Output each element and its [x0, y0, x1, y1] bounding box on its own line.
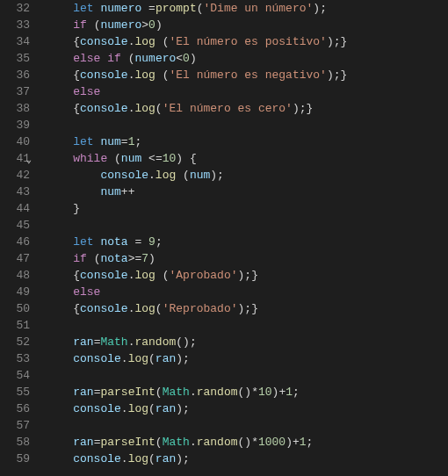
- code-token: [46, 135, 73, 148]
- code-token: ): [244, 386, 251, 399]
- code-line[interactable]: }: [46, 200, 448, 217]
- code-token: (: [155, 302, 163, 315]
- code-token: {: [73, 302, 80, 315]
- code-token: ): [210, 169, 217, 182]
- code-line[interactable]: else: [46, 83, 448, 100]
- code-line[interactable]: {console.log ('El número es positivo');}: [46, 33, 448, 50]
- code-line[interactable]: let numero =prompt('Dime un número');: [46, 0, 448, 17]
- code-token: [46, 436, 73, 449]
- code-editor[interactable]: 32333435363738394041⌄4243444546474849505…: [0, 0, 448, 476]
- line-number: 34: [4, 33, 30, 50]
- code-token: [176, 169, 183, 182]
- code-line[interactable]: {console.log ('Aprobado');}: [46, 267, 448, 284]
- code-token: nota: [100, 235, 127, 249]
- code-line[interactable]: console.log(ran);: [46, 451, 448, 467]
- code-token: ran: [155, 402, 176, 415]
- line-number: 43: [4, 184, 30, 200]
- code-token: 10: [163, 152, 177, 165]
- code-token: ;: [334, 35, 341, 48]
- code-line[interactable]: [46, 367, 448, 384]
- code-line[interactable]: {console.log('El número es cero');}: [46, 100, 448, 117]
- code-line[interactable]: let num=1;: [46, 133, 448, 150]
- code-token: }: [251, 269, 258, 282]
- line-number: 32: [4, 0, 30, 17]
- code-token: console: [80, 35, 128, 48]
- code-token: ;: [334, 69, 341, 82]
- code-line[interactable]: let nota = 9;: [46, 234, 448, 250]
- code-token: [155, 35, 163, 48]
- code-line[interactable]: console.log (num);: [46, 167, 448, 184]
- code-token: random: [197, 436, 238, 449]
- code-token: ran: [155, 452, 176, 465]
- code-token: ran: [73, 436, 93, 449]
- code-token: <=: [148, 152, 163, 165]
- line-number: 41⌄: [4, 150, 30, 167]
- code-token: [87, 252, 94, 265]
- code-line[interactable]: {console.log ('El número es negativo');}: [46, 67, 448, 83]
- code-token: (: [155, 102, 163, 115]
- code-token: ;: [134, 135, 141, 148]
- code-token: (: [148, 352, 155, 365]
- line-number: 54: [4, 367, 30, 384]
- code-token: =: [148, 2, 155, 15]
- line-number: 47: [4, 250, 30, 267]
- code-token: console: [73, 402, 121, 415]
- code-token: [46, 235, 73, 249]
- code-token: random: [197, 386, 238, 399]
- code-token: ): [176, 152, 183, 165]
- code-line[interactable]: [46, 417, 448, 434]
- code-token: ): [176, 352, 183, 365]
- code-token: Math: [100, 335, 127, 349]
- line-number-gutter: 32333435363738394041⌄4243444546474849505…: [0, 0, 42, 476]
- code-line[interactable]: [46, 217, 448, 234]
- code-line[interactable]: console.log(ran);: [46, 350, 448, 367]
- code-token: [46, 269, 73, 282]
- code-line[interactable]: while (num <=10) {: [46, 150, 448, 167]
- code-token: 1: [285, 386, 293, 399]
- code-token: Math: [163, 386, 190, 399]
- code-token: ): [148, 252, 155, 265]
- code-token: [155, 69, 163, 82]
- code-token: log: [128, 352, 148, 365]
- code-token: >=: [128, 252, 142, 265]
- code-token: else: [73, 285, 100, 299]
- code-token: log: [134, 269, 155, 282]
- code-token: (: [176, 335, 183, 349]
- line-number: 57: [4, 417, 30, 434]
- code-line[interactable]: console.log(ran);: [46, 400, 448, 417]
- code-token: [46, 18, 73, 32]
- line-number: 45: [4, 217, 30, 234]
- code-line[interactable]: if (numero>0): [46, 17, 448, 33]
- code-token: while: [73, 152, 107, 165]
- code-line[interactable]: ran=Math.random();: [46, 334, 448, 350]
- code-content[interactable]: let numero =prompt('Dime un número'); if…: [42, 0, 448, 476]
- code-line[interactable]: else if (numero<0): [46, 50, 448, 67]
- line-number: 38: [4, 100, 30, 117]
- code-line[interactable]: {console.log('Reprobado');}: [46, 300, 448, 317]
- code-token: .: [121, 352, 128, 365]
- code-line[interactable]: [46, 117, 448, 133]
- code-token: parseInt: [100, 436, 155, 449]
- code-token: [121, 52, 128, 65]
- code-token: 'Dime un número': [204, 2, 314, 15]
- code-token: if: [73, 252, 87, 265]
- code-line[interactable]: num++: [46, 184, 448, 200]
- code-token: console: [80, 302, 128, 315]
- code-token: .: [190, 386, 197, 399]
- code-line[interactable]: ran=parseInt(Math.random()*10)+1;: [46, 384, 448, 400]
- code-token: }: [341, 35, 348, 48]
- code-token: ;: [293, 386, 300, 399]
- code-token: [46, 102, 73, 115]
- code-line[interactable]: else: [46, 284, 448, 300]
- code-token: .: [190, 436, 197, 449]
- code-token: ;: [244, 269, 251, 282]
- code-token: log: [134, 302, 155, 315]
- code-line[interactable]: ran=parseInt(Math.random()*1000)+1;: [46, 434, 448, 451]
- code-token: (: [155, 386, 163, 399]
- line-number: 33: [4, 17, 30, 33]
- code-line[interactable]: [46, 317, 448, 334]
- code-token: let: [73, 2, 93, 15]
- code-line[interactable]: if (nota>=7): [46, 250, 448, 267]
- code-token: [46, 169, 100, 182]
- code-token: }: [251, 302, 258, 315]
